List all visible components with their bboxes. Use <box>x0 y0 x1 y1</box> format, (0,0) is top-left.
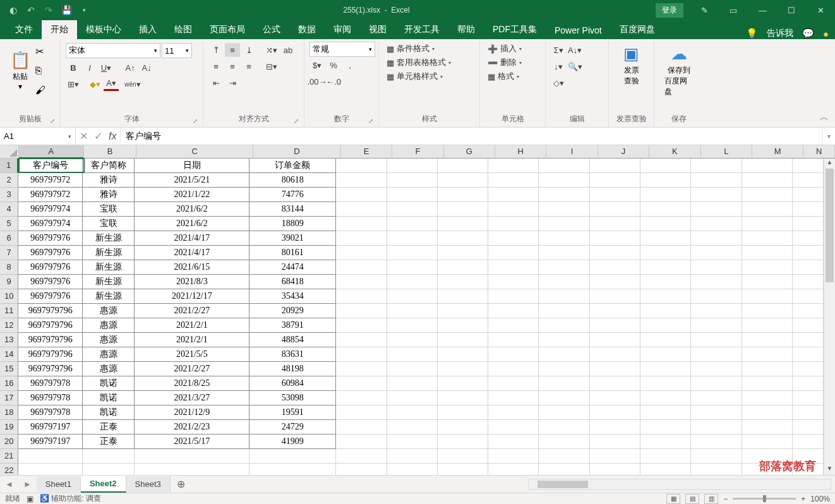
cell[interactable] <box>691 420 742 435</box>
cell[interactable] <box>742 391 793 405</box>
cell[interactable]: 60984 <box>249 376 336 391</box>
row-header[interactable]: 3 <box>0 188 18 202</box>
cell[interactable] <box>336 217 387 231</box>
cell[interactable] <box>539 420 589 435</box>
accessibility-status[interactable]: ♿ 辅助功能: 调查 <box>40 493 101 504</box>
expand-formula-bar[interactable]: ▾ <box>822 128 835 145</box>
cell[interactable] <box>793 405 824 420</box>
cell[interactable]: 35434 <box>249 289 336 304</box>
cell[interactable]: 2021/5/21 <box>135 173 249 188</box>
column-header-F[interactable]: F <box>392 145 443 159</box>
cell[interactable] <box>742 202 793 217</box>
cell[interactable]: 新生源 <box>83 260 135 275</box>
column-header-K[interactable]: K <box>649 145 700 159</box>
cell[interactable] <box>590 260 640 275</box>
cell[interactable] <box>793 362 824 376</box>
cancel-formula-icon[interactable]: ✕ <box>80 130 88 142</box>
cell[interactable] <box>336 449 387 464</box>
cell[interactable] <box>793 173 824 188</box>
row-header[interactable]: 16 <box>0 376 18 391</box>
cell[interactable] <box>742 217 793 231</box>
cell[interactable] <box>793 347 824 362</box>
minimize-button[interactable]: — <box>748 0 777 20</box>
cell[interactable] <box>387 318 438 333</box>
cell[interactable] <box>691 391 742 405</box>
cell[interactable] <box>742 188 793 202</box>
cell[interactable] <box>387 464 438 475</box>
cell[interactable] <box>590 188 640 202</box>
cell[interactable]: 9697979796 <box>18 347 83 362</box>
cell[interactable]: 2021/6/2 <box>135 217 249 231</box>
cell[interactable] <box>742 304 793 318</box>
cell[interactable]: 2021/12/9 <box>135 405 249 420</box>
cell[interactable] <box>539 333 589 347</box>
cell[interactable] <box>691 464 742 475</box>
cell[interactable]: 宝联 <box>83 217 135 231</box>
orientation-button[interactable]: ⤭▾ <box>264 43 279 57</box>
tab-data[interactable]: 数据 <box>289 20 325 39</box>
cell[interactable] <box>742 231 793 246</box>
tab-formulas[interactable]: 公式 <box>254 20 289 39</box>
row-header[interactable]: 15 <box>0 362 18 376</box>
cell[interactable] <box>640 217 691 231</box>
cell[interactable] <box>336 405 387 420</box>
cell[interactable] <box>438 188 488 202</box>
cell[interactable] <box>590 202 640 217</box>
zoom-in-button[interactable]: + <box>801 495 805 503</box>
cell[interactable]: 2021/5/5 <box>135 347 249 362</box>
cell[interactable] <box>539 188 589 202</box>
cell[interactable] <box>590 362 640 376</box>
cell[interactable] <box>387 289 438 304</box>
cell[interactable] <box>793 391 824 405</box>
cell[interactable] <box>438 362 488 376</box>
cell[interactable] <box>539 260 589 275</box>
undo-button[interactable]: ↶ <box>23 2 39 18</box>
row-header[interactable]: 21 <box>0 449 18 464</box>
column-header-C[interactable]: C <box>136 145 253 159</box>
cell[interactable] <box>590 376 640 391</box>
cell[interactable] <box>336 464 387 475</box>
row-header[interactable]: 5 <box>0 217 18 231</box>
cell[interactable] <box>438 202 488 217</box>
cell[interactable]: 日期 <box>135 159 249 173</box>
cell[interactable] <box>691 173 742 188</box>
row-header[interactable]: 20 <box>0 435 18 449</box>
clear-button[interactable]: ◇▾ <box>551 76 566 90</box>
cell[interactable] <box>640 159 691 173</box>
cell[interactable]: 969797974 <box>18 217 83 231</box>
accounting-format[interactable]: $▾ <box>309 58 325 72</box>
cell[interactable]: 53098 <box>249 391 336 405</box>
cell[interactable] <box>691 304 742 318</box>
shrink-font-button[interactable]: A↓ <box>139 61 154 75</box>
cell[interactable] <box>590 304 640 318</box>
format-cells[interactable]: ▦格式▾ <box>485 69 540 83</box>
cell[interactable]: 24729 <box>249 420 336 435</box>
horizontal-scrollbar[interactable] <box>528 479 831 490</box>
cell[interactable]: 订单金额 <box>249 159 336 173</box>
cell[interactable] <box>793 188 824 202</box>
cell[interactable] <box>793 376 824 391</box>
cell[interactable] <box>590 464 640 475</box>
cell[interactable] <box>539 435 589 449</box>
cell[interactable] <box>387 362 438 376</box>
qat-customize[interactable]: ▾ <box>76 2 92 18</box>
cell[interactable]: 24474 <box>249 260 336 275</box>
row-header[interactable]: 17 <box>0 391 18 405</box>
cell[interactable] <box>336 231 387 246</box>
italic-button[interactable]: I <box>82 61 97 75</box>
name-box[interactable]: A1▾ <box>0 128 76 145</box>
bold-button[interactable]: B <box>66 61 81 75</box>
cell[interactable] <box>793 304 824 318</box>
tab-insert[interactable]: 插入 <box>130 20 165 39</box>
fill-button[interactable]: ↓▾ <box>551 59 566 73</box>
paste-button[interactable]: 📋 粘贴 ▾ <box>5 42 35 100</box>
tab-view[interactable]: 视图 <box>360 20 395 39</box>
tab-file[interactable]: 文件 <box>6 20 42 39</box>
cell[interactable] <box>438 435 488 449</box>
row-header[interactable]: 11 <box>0 304 18 318</box>
align-middle[interactable]: ≡ <box>225 43 240 57</box>
spreadsheet-grid[interactable]: ABCDEFGHIJKLMN 1客户编号客户简称日期订单金额2969797972… <box>0 145 835 475</box>
cell[interactable]: 2021/4/17 <box>135 246 249 260</box>
conditional-format[interactable]: ▦条件格式▾ <box>384 42 474 56</box>
cell[interactable] <box>640 420 691 435</box>
